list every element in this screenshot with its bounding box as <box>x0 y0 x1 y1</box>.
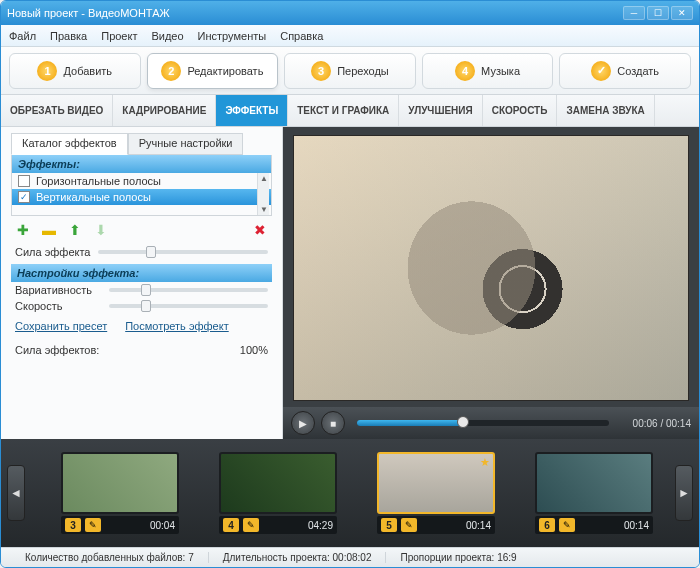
window-title: Новый проект - ВидеоМОНТАЖ <box>7 7 621 19</box>
clip-thumb[interactable] <box>61 452 179 514</box>
step-label: Создать <box>617 65 659 77</box>
menu-file[interactable]: Файл <box>9 30 36 42</box>
clip-duration: 00:04 <box>105 520 175 531</box>
effects-panel: Каталог эффектов Ручные настройки Эффект… <box>1 127 283 439</box>
play-button[interactable]: ▶ <box>291 411 315 435</box>
main-row: Каталог эффектов Ручные настройки Эффект… <box>1 127 699 439</box>
effects-section: Эффекты: Горизонтальные полосы ✓ Вертика… <box>11 155 272 216</box>
app-window: Новый проект - ВидеоМОНТАЖ ─ ☐ ✕ Файл Пр… <box>0 0 700 568</box>
speed-slider[interactable] <box>109 304 268 308</box>
step-transitions[interactable]: 3Переходы <box>284 53 416 89</box>
menu-edit[interactable]: Правка <box>50 30 87 42</box>
settings-header: Настройки эффекта: <box>11 264 272 282</box>
edit-clip-icon[interactable]: ✎ <box>401 518 417 532</box>
step-edit[interactable]: 2Редактировать <box>147 53 279 89</box>
effects-list[interactable]: Горизонтальные полосы ✓ Вертикальные пол… <box>12 173 271 215</box>
minimize-button[interactable]: ─ <box>623 6 645 20</box>
step-badge-4: 4 <box>455 61 475 81</box>
subtab-trim[interactable]: ОБРЕЗАТЬ ВИДЕО <box>1 95 113 126</box>
subtab-text[interactable]: ТЕКСТ И ГРАФИКА <box>288 95 399 126</box>
subtab-crop[interactable]: КАДРИРОВАНИЕ <box>113 95 216 126</box>
edit-clip-icon[interactable]: ✎ <box>85 518 101 532</box>
preset-links: Сохранить пресет Посмотреть эффект <box>11 314 272 338</box>
clip-index: 5 <box>381 518 397 532</box>
effect-row[interactable]: ✓ Вертикальные полосы <box>12 189 271 205</box>
menu-help[interactable]: Справка <box>280 30 323 42</box>
edit-clip-icon[interactable]: ✎ <box>559 518 575 532</box>
effect-label: Вертикальные полосы <box>36 191 151 203</box>
subtab-speed[interactable]: СКОРОСТЬ <box>483 95 558 126</box>
preview-video[interactable] <box>293 135 689 401</box>
clip[interactable]: 6✎00:14 <box>535 452 653 534</box>
move-up-icon[interactable]: ⬆ <box>67 222 83 238</box>
step-add[interactable]: 1Добавить <box>9 53 141 89</box>
global-strength-value: 100% <box>240 344 268 356</box>
tab-catalog[interactable]: Каталог эффектов <box>11 133 128 155</box>
speed-label: Скорость <box>15 300 101 312</box>
tab-manual[interactable]: Ручные настройки <box>128 133 244 155</box>
step-badge-3: 3 <box>311 61 331 81</box>
timeline: ◄ 2.0 3✎00:04 2.0 4✎04:29 2.0 ★ <box>1 439 699 547</box>
strength-label: Сила эффекта <box>15 246 90 258</box>
status-duration-label: Длительность проекта: <box>223 552 330 563</box>
status-aspect-value: 16:9 <box>497 552 516 563</box>
move-down-icon[interactable]: ⬇ <box>93 222 109 238</box>
status-duration-value: 00:08:02 <box>333 552 372 563</box>
step-music[interactable]: 4Музыка <box>422 53 554 89</box>
clip-duration: 00:14 <box>579 520 649 531</box>
strength-slider[interactable] <box>98 250 268 254</box>
menubar: Файл Правка Проект Видео Инструменты Спр… <box>1 25 699 47</box>
status-files-label: Количество добавленных файлов: <box>25 552 185 563</box>
clip[interactable]: 3✎00:04 <box>61 452 179 534</box>
effect-checkbox[interactable] <box>18 175 30 187</box>
edit-clip-icon[interactable]: ✎ <box>243 518 259 532</box>
clip-thumb[interactable] <box>535 452 653 514</box>
variability-row: Вариативность <box>11 282 272 298</box>
seek-bar[interactable] <box>357 420 609 426</box>
step-label: Переходы <box>337 65 389 77</box>
variability-slider[interactable] <box>109 288 268 292</box>
clip[interactable]: 4✎04:29 <box>219 452 337 534</box>
effect-row[interactable]: Горизонтальные полосы <box>12 173 271 189</box>
remove-icon[interactable]: ▬ <box>41 222 57 238</box>
step-label: Редактировать <box>187 65 263 77</box>
subtab-enhance[interactable]: УЛУЧШЕНИЯ <box>399 95 482 126</box>
add-icon[interactable]: ✚ <box>15 222 31 238</box>
clip-index: 4 <box>223 518 239 532</box>
menu-tools[interactable]: Инструменты <box>198 30 267 42</box>
status-files-value: 7 <box>188 552 194 563</box>
subtab-effects[interactable]: ЭФФЕКТЫ <box>216 95 288 126</box>
timeline-prev[interactable]: ◄ <box>7 465 25 521</box>
menu-project[interactable]: Проект <box>101 30 137 42</box>
preview-effect-link[interactable]: Посмотреть эффект <box>125 320 229 332</box>
clips-strip[interactable]: 2.0 3✎00:04 2.0 4✎04:29 2.0 ★ 5✎00:14 <box>31 452 669 534</box>
effects-header: Эффекты: <box>12 155 271 173</box>
step-label: Музыка <box>481 65 520 77</box>
step-label: Добавить <box>63 65 112 77</box>
maximize-button[interactable]: ☐ <box>647 6 669 20</box>
effect-toolbar: ✚ ▬ ⬆ ⬇ ✖ <box>11 216 272 244</box>
effect-label: Горизонтальные полосы <box>36 175 161 187</box>
global-strength-row: Сила эффектов: 100% <box>11 338 272 358</box>
status-aspect-label: Пропорции проекта: <box>400 552 494 563</box>
speed-row: Скорость <box>11 298 272 314</box>
effect-checkbox[interactable]: ✓ <box>18 191 30 203</box>
close-button[interactable]: ✕ <box>671 6 693 20</box>
variability-label: Вариативность <box>15 284 101 296</box>
clip-thumb[interactable] <box>219 452 337 514</box>
clip-thumb[interactable]: ★ <box>377 452 495 514</box>
stop-button[interactable]: ■ <box>321 411 345 435</box>
step-create[interactable]: Создать <box>559 53 691 89</box>
delete-icon[interactable]: ✖ <box>252 222 268 238</box>
menu-video[interactable]: Видео <box>151 30 183 42</box>
save-preset-link[interactable]: Сохранить пресет <box>15 320 107 332</box>
clip-duration: 00:14 <box>421 520 491 531</box>
preview-pane: ▶ ■ 00:06 / 00:14 <box>283 127 699 439</box>
step-badge-2: 2 <box>161 61 181 81</box>
effects-scrollbar[interactable] <box>257 173 269 215</box>
step-badge-check <box>591 61 611 81</box>
subtab-audio[interactable]: ЗАМЕНА ЗВУКА <box>557 95 654 126</box>
timeline-next[interactable]: ► <box>675 465 693 521</box>
clip[interactable]: ★ 5✎00:14 <box>377 452 495 534</box>
edit-subtabs: ОБРЕЗАТЬ ВИДЕО КАДРИРОВАНИЕ ЭФФЕКТЫ ТЕКС… <box>1 95 699 127</box>
